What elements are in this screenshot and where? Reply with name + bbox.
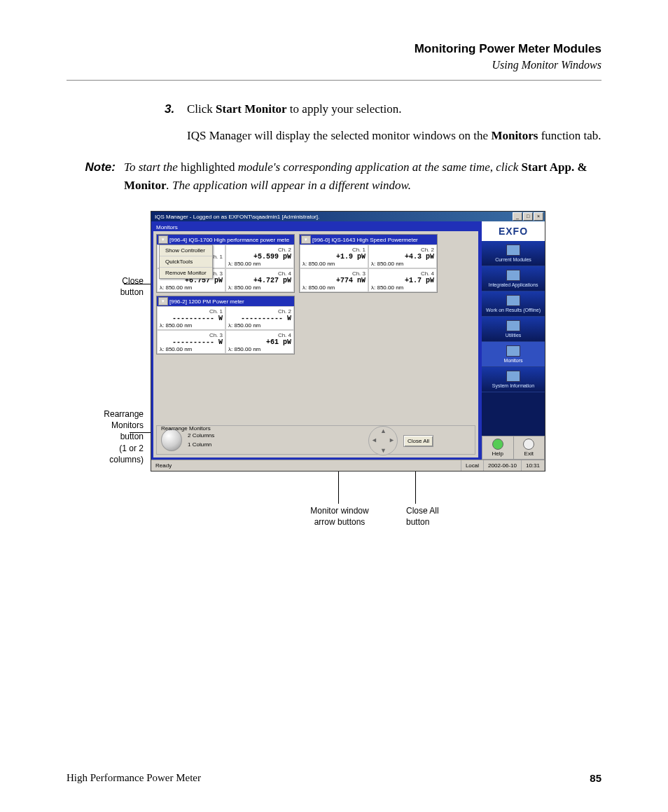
rearrange-opt-2col: 2 Columns — [188, 432, 214, 439]
sidebar-monitors[interactable]: Monitors — [482, 342, 545, 367]
section-subtitle: Using Monitor Windows — [67, 59, 601, 71]
exit-button[interactable]: Exit — [513, 436, 545, 460]
monitors-icon — [506, 345, 520, 357]
sidebar: EXFO Current Modules Integrated Applicat… — [480, 221, 545, 460]
apps-icon — [506, 270, 520, 281]
note-text: To start the highlighted module's corres… — [124, 158, 601, 194]
arrow-down-icon[interactable]: ▼ — [380, 447, 387, 454]
ctx-remove-monitor[interactable]: Remove Monitor — [160, 268, 212, 278]
screenshot-figure: Closebutton RearrangeMonitorsbutton(1 or… — [67, 211, 601, 547]
power-icon — [523, 439, 534, 450]
close-all-button[interactable]: Close All — [403, 435, 433, 447]
app-window: IQS Manager - Logged on as EXFONT\sqaadm… — [151, 211, 545, 472]
section-title: Monitoring Power Meter Modules — [67, 42, 601, 56]
maximize-button[interactable]: □ — [523, 212, 533, 221]
step-line-1: Click Start Monitor to apply your select… — [187, 100, 601, 118]
ctx-show-controller[interactable]: Show Controller — [160, 245, 212, 256]
status-date: 2002-06-10 — [484, 460, 522, 471]
sidebar-work-results[interactable]: Work on Results (Offline) — [482, 291, 545, 317]
minimize-button[interactable]: _ — [513, 212, 522, 221]
results-icon — [506, 295, 520, 306]
sidebar-integrated-apps[interactable]: Integrated Applications — [482, 266, 545, 291]
footer-title: High Performance Power Meter — [67, 772, 201, 784]
ctx-quicktools[interactable]: QuickTools — [160, 256, 212, 268]
monitor-menu-button[interactable]: ▾ — [158, 297, 168, 305]
step-number: 3. — [165, 100, 187, 118]
monitor-panel-1: ▾ [996-4] IQS-1700 High performance powe… — [156, 234, 295, 293]
help-icon — [492, 439, 503, 450]
monitor-context-menu: Show Controller QuickTools Remove Monito… — [159, 245, 213, 279]
exfo-logo: EXFO — [482, 221, 545, 241]
status-mode: Local — [461, 460, 484, 471]
arrow-left-icon[interactable]: ◄ — [371, 436, 377, 443]
sysinfo-icon — [506, 371, 520, 382]
step-line-2: IQS Manager will display the selected mo… — [187, 127, 601, 145]
status-time: 10:31 — [522, 460, 545, 471]
window-titlebar: IQS Manager - Logged on as EXFONT\sqaadm… — [151, 212, 545, 221]
arrow-right-icon[interactable]: ► — [389, 436, 395, 443]
window-title: IQS Manager - Logged on as EXFONT\sqaadm… — [153, 214, 512, 220]
sidebar-utilities[interactable]: Utilities — [482, 317, 545, 342]
rearrange-opt-1col: 1 Column — [188, 441, 214, 448]
note-label: Note: — [67, 158, 124, 194]
rearrange-knob[interactable] — [161, 429, 182, 451]
modules-icon — [506, 245, 520, 256]
callout-closeall: Close Allbutton — [406, 505, 462, 528]
help-button[interactable]: Help — [482, 436, 513, 460]
monitor-title-3: [996-2] 1200 PM Power meter — [169, 298, 293, 305]
callout-arrows: Monitor windowarrow buttons — [294, 505, 385, 528]
page-number: 85 — [590, 772, 601, 784]
monitor-menu-button[interactable]: ▾ — [158, 235, 168, 244]
monitor-menu-button[interactable]: ▾ — [301, 235, 311, 244]
close-window-button[interactable]: × — [534, 212, 543, 221]
monitors-tab[interactable]: Monitors — [153, 223, 478, 231]
arrow-up-icon[interactable]: ▲ — [380, 427, 387, 434]
header-rule — [67, 80, 601, 81]
monitor-panel-2: ▾ [996-0] IQS-1643 High Speed Powermeter… — [299, 234, 438, 293]
monitor-title-1: [996-4] IQS-1700 High performance power … — [169, 237, 293, 243]
status-ready: Ready — [151, 460, 461, 471]
statusbar: Ready Local 2002-06-10 10:31 — [151, 460, 545, 471]
monitor-title-2: [996-0] IQS-1643 High Speed Powermeter — [312, 237, 436, 243]
monitor-panel-3: ▾ [996-2] 1200 PM Power meter Ch. 1-----… — [156, 296, 295, 355]
sidebar-system-info[interactable]: System Information — [482, 367, 545, 392]
sidebar-current-modules[interactable]: Current Modules — [482, 241, 545, 266]
utilities-icon — [506, 320, 520, 331]
callout-rearrange: RearrangeMonitorsbutton(1 or 2columns) — [67, 408, 144, 465]
arrow-pad[interactable]: ▲ ▼ ◄ ► — [368, 426, 398, 455]
callout-close: Closebutton — [81, 275, 144, 298]
rearrange-title: Rearrange Monitors — [161, 425, 211, 432]
